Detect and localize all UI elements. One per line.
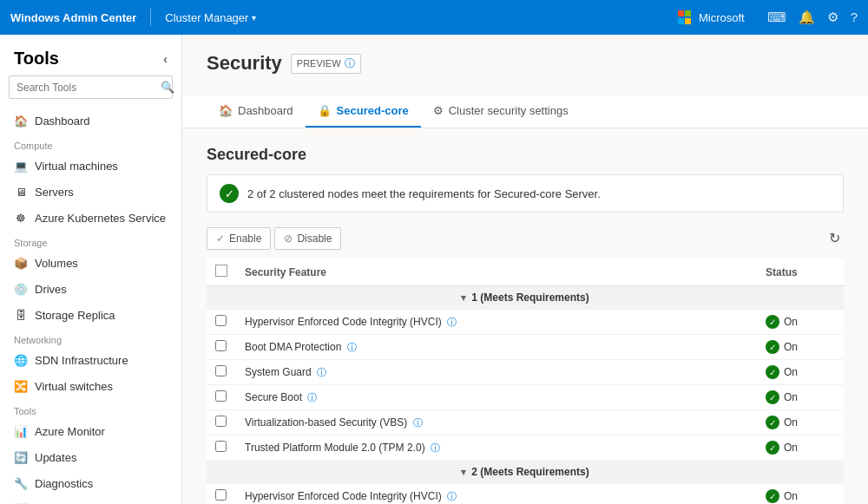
feature-info-icon[interactable]: ⓘ (307, 392, 317, 403)
row-checkbox-cell[interactable] (207, 484, 236, 505)
enable-button[interactable]: ✓ Enable (207, 227, 271, 250)
feature-name: Hypervisor Enforced Code Integrity (HVCI… (236, 484, 757, 505)
status-on-label: On (784, 490, 798, 502)
row-checkbox[interactable] (215, 315, 227, 326)
status-on-icon: ✓ (766, 365, 779, 379)
feature-status: ✓ On (757, 385, 844, 410)
terminal-icon[interactable]: ⌨ (767, 10, 786, 25)
feature-info-icon[interactable]: ⓘ (347, 342, 357, 352)
feature-name: System Guard ⓘ (236, 360, 757, 385)
status-on-label: On (784, 416, 798, 429)
subnav-cluster-security[interactable]: ⚙ Cluster security settings (421, 95, 581, 128)
status-on-icon: ✓ (766, 441, 779, 455)
sidebar-item-aks[interactable]: ☸ Azure Kubernetes Service (0, 205, 181, 231)
sidebar-header: Tools ‹ (0, 35, 181, 75)
sidebar-item-updates[interactable]: 🔄 Updates (0, 444, 181, 470)
sidebar-collapse-button[interactable]: ‹ (163, 52, 168, 66)
sidebar-item-label: Dashboard (35, 115, 90, 128)
sidebar: Tools ‹ 🔍 🏠 Dashboard Compute 💻 Virtual … (0, 35, 182, 504)
diagnostics-icon: 🔧 (14, 476, 28, 490)
cluster-manager-label[interactable]: Cluster Manager ▾ (165, 11, 256, 24)
status-text: 2 of 2 clustered nodes meet the requirem… (247, 187, 601, 200)
status-on-icon: ✓ (766, 340, 779, 354)
row-checkbox-cell[interactable] (207, 435, 236, 461)
row-checkbox[interactable] (215, 365, 227, 376)
col-header-status: Status (757, 259, 844, 286)
preview-info-icon[interactable]: ⓘ (345, 56, 355, 71)
disable-button[interactable]: ⊘ Disable (274, 227, 341, 250)
subnav-secured-core-icon: 🔒 (318, 104, 332, 117)
row-checkbox-cell[interactable] (207, 335, 236, 360)
row-checkbox[interactable] (215, 390, 227, 402)
cluster-dropdown-icon: ▾ (252, 13, 256, 23)
sidebar-item-servers[interactable]: 🖥 Servers (0, 179, 181, 205)
status-on-label: On (784, 391, 798, 403)
bell-icon[interactable]: 🔔 (799, 10, 815, 25)
row-checkbox[interactable] (215, 416, 227, 427)
row-checkbox-cell[interactable] (207, 310, 236, 335)
topbar-divider (150, 9, 151, 26)
feature-info-icon[interactable]: ⓘ (413, 417, 423, 428)
row-checkbox[interactable] (215, 489, 227, 501)
feature-name: Secure Boot ⓘ (236, 385, 757, 410)
table-row: Boot DMA Protection ⓘ ✓ On (207, 335, 844, 360)
search-input[interactable] (10, 77, 154, 98)
subnav-secured-core[interactable]: 🔒 Secured-core (306, 95, 421, 128)
refresh-button[interactable]: ↻ (825, 226, 844, 250)
sidebar-item-label: Servers (35, 186, 74, 199)
row-checkbox-cell[interactable] (207, 385, 236, 410)
row-checkbox[interactable] (215, 441, 227, 452)
sidebar-item-label: Drives (35, 283, 67, 296)
feature-info-icon[interactable]: ⓘ (447, 317, 457, 327)
sidebar-scroll: 🏠 Dashboard Compute 💻 Virtual machines 🖥… (0, 108, 181, 504)
topbar-icon-group: ⌨ 🔔 ⚙ ? (767, 10, 858, 25)
help-icon[interactable]: ? (851, 10, 858, 25)
search-container: 🔍 (9, 75, 173, 99)
brand-label: Windows Admin Center (10, 11, 136, 24)
sidebar-item-storage-replica[interactable]: 🗄 Storage Replica (0, 302, 181, 328)
col-header-feature: Security Feature (236, 259, 757, 286)
feature-status: ✓ On (757, 435, 844, 461)
table-row: Trusted Platform Module 2.0 (TPM 2.0) ⓘ … (207, 435, 844, 461)
sidebar-item-sdn[interactable]: 🌐 SDN Infrastructure (0, 347, 181, 373)
sidebar-item-performance-monitor[interactable]: 📈 Performance Monitor (0, 496, 181, 504)
virtual-machines-icon: 💻 (14, 159, 28, 173)
topbar: Windows Admin Center Cluster Manager ▾ M… (0, 0, 868, 35)
sidebar-item-volumes[interactable]: 📦 Volumes (0, 250, 181, 276)
sidebar-item-dashboard[interactable]: 🏠 Dashboard (0, 108, 181, 134)
row-checkbox[interactable] (215, 340, 227, 351)
microsoft-logo-icon (678, 10, 692, 24)
subnav-dashboard[interactable]: 🏠 Dashboard (207, 95, 306, 128)
feature-name: Trusted Platform Module 2.0 (TPM 2.0) ⓘ (236, 435, 757, 461)
feature-name: Hypervisor Enforced Code Integrity (HVCI… (236, 310, 757, 335)
table-row: Virtualization-based Security (VBS) ⓘ ✓ … (207, 410, 844, 435)
sidebar-item-azure-monitor[interactable]: 📊 Azure Monitor (0, 418, 181, 444)
row-checkbox-cell[interactable] (207, 410, 236, 435)
status-on-icon: ✓ (766, 416, 779, 429)
group-chevron-icon: ▾ (461, 467, 466, 477)
feature-name: Boot DMA Protection ⓘ (236, 335, 757, 360)
header-checkbox[interactable] (215, 265, 227, 277)
status-on-label: On (784, 442, 798, 454)
sidebar-item-diagnostics[interactable]: 🔧 Diagnostics (0, 470, 181, 496)
servers-icon: 🖥 (14, 185, 28, 199)
feature-info-icon[interactable]: ⓘ (447, 491, 457, 501)
sidebar-item-virtual-switches[interactable]: 🔀 Virtual switches (0, 373, 181, 399)
subnav-dashboard-label: Dashboard (238, 104, 293, 117)
table-group-row[interactable]: ▾1 (Meets Requirements) (207, 286, 844, 310)
page-header: Security PREVIEW ⓘ (182, 35, 868, 95)
gear-icon[interactable]: ⚙ (827, 10, 838, 25)
preview-label: PREVIEW (297, 58, 341, 69)
row-checkbox-cell[interactable] (207, 360, 236, 385)
feature-info-icon[interactable]: ⓘ (317, 367, 326, 377)
disable-label: Disable (297, 232, 332, 245)
sidebar-item-drives[interactable]: 💿 Drives (0, 276, 181, 302)
sidebar-item-virtual-machines[interactable]: 💻 Virtual machines (0, 153, 181, 179)
sidebar-item-label: Diagnostics (35, 477, 93, 490)
sidebar-item-label: Volumes (35, 257, 78, 270)
table-group-row[interactable]: ▾2 (Meets Requirements) (207, 461, 844, 484)
sidebar-item-label: Azure Monitor (35, 425, 105, 438)
feature-info-icon[interactable]: ⓘ (431, 442, 440, 453)
subnav-secured-core-label: Secured-core (337, 104, 409, 117)
sidebar-item-label: Updates (35, 451, 76, 464)
